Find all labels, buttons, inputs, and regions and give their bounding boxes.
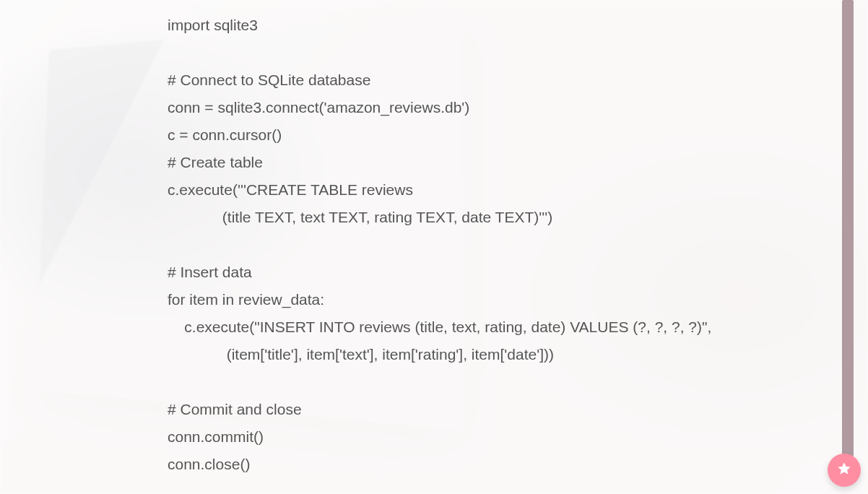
page-container: import sqlite3 # Connect to SQLite datab… — [0, 0, 868, 494]
scrollbar-thumb[interactable] — [842, 0, 854, 456]
feedback-fab[interactable] — [828, 454, 861, 487]
star-icon — [836, 461, 852, 480]
content-area: import sqlite3 # Connect to SQLite datab… — [0, 0, 822, 494]
code-snippet: import sqlite3 # Connect to SQLite datab… — [168, 12, 716, 478]
